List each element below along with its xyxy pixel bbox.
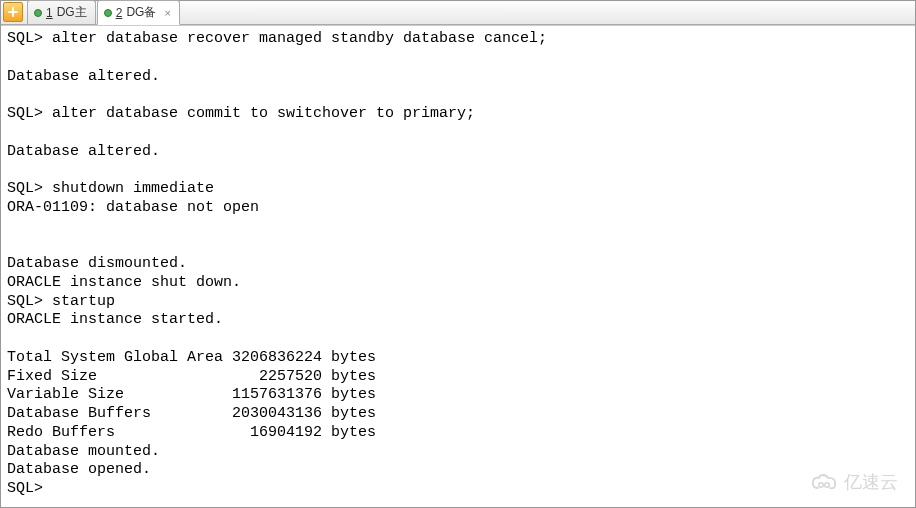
tab-label: DG备: [126, 4, 156, 21]
close-icon[interactable]: ×: [164, 7, 170, 19]
terminal-output[interactable]: SQL> alter database recover managed stan…: [1, 25, 915, 507]
connection-status-icon: [104, 9, 112, 17]
tab-label: DG主: [57, 4, 87, 21]
plus-icon: [8, 7, 18, 17]
tab-1[interactable]: 1 DG主: [27, 0, 96, 24]
connection-status-icon: [34, 9, 42, 17]
app-window: 1 DG主2 DG备× SQL> alter database recover …: [0, 0, 916, 508]
tab-2[interactable]: 2 DG备×: [97, 0, 180, 25]
tab-bar: 1 DG主2 DG备×: [1, 1, 915, 25]
tab-number: 2: [116, 6, 123, 20]
tab-number: 1: [46, 6, 53, 20]
add-tab-button[interactable]: [3, 2, 23, 22]
